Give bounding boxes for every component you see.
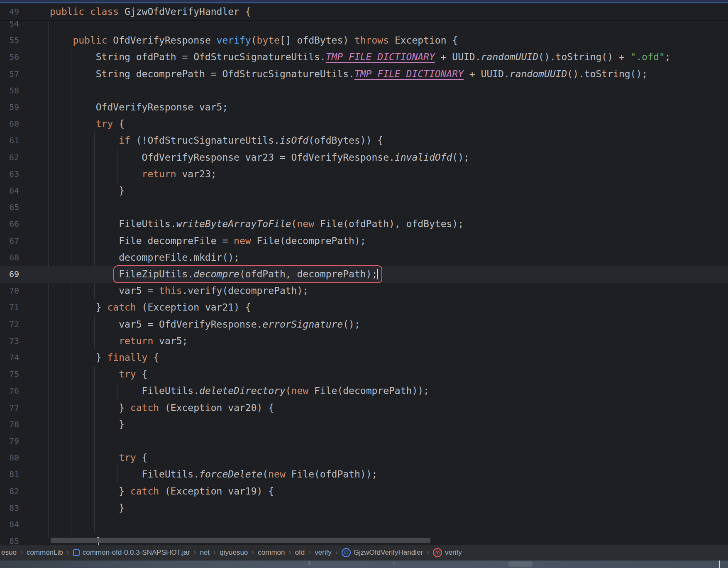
code-line[interactable]: 79 (0, 433, 728, 450)
code-line[interactable]: 72 var5 = OfdVerifyResponse.errorSignatu… (0, 316, 728, 333)
breadcrumb-item-common-ofd-0-0-3-snapshot-jar[interactable]: common-ofd-0.0.3-SNAPSHOT.jar (73, 548, 190, 557)
line-number[interactable]: 75 (0, 366, 19, 383)
line-number[interactable]: 72 (0, 316, 19, 333)
code-line-text[interactable]: return var5; (50, 333, 188, 350)
line-number[interactable]: 62 (0, 149, 19, 166)
code-line-text[interactable]: try { (50, 449, 147, 466)
line-number[interactable]: 79 (0, 433, 19, 450)
line-number[interactable]: 63 (0, 166, 19, 183)
line-number[interactable]: 64 (0, 182, 19, 199)
code-line[interactable]: 74 } finally { (0, 349, 728, 366)
sticky-header-line[interactable]: 49public class GjzwOfdVerifyHandler { (0, 3, 728, 21)
code-line-text[interactable]: public class GjzwOfdVerifyHandler { (50, 3, 251, 20)
code-line-text[interactable]: decompreFile.mkdir(); (50, 249, 239, 266)
line-number[interactable]: 76 (0, 382, 19, 399)
line-number[interactable]: 83 (0, 499, 19, 517)
line-number[interactable]: 71 (0, 299, 19, 316)
code-line-text[interactable]: if (!OfdStrucSignatureUtils.isOfd(ofdByt… (50, 132, 383, 149)
breadcrumb-item-commonlib[interactable]: commonLib (27, 548, 63, 557)
code-line-text[interactable]: return var23; (50, 166, 217, 183)
line-number[interactable]: 49 (0, 3, 19, 20)
code-line-text[interactable]: } (50, 182, 125, 199)
line-number[interactable]: 82 (0, 483, 19, 500)
code-line-text[interactable]: } catch (Exception var19) { (50, 483, 274, 500)
code-line[interactable]: 77 } catch (Exception var20) { (0, 399, 728, 416)
code-line[interactable]: 56 String ofdPath = OfdStrucSignatureUti… (0, 49, 728, 66)
code-line[interactable]: 70 var5 = this.verify(decomprePath); (0, 282, 728, 299)
code-line-text[interactable]: var5 = OfdVerifyResponse.errorSignature(… (50, 316, 360, 333)
code-line-text[interactable]: OfdVerifyResponse var23 = OfdVerifyRespo… (50, 149, 469, 166)
code-line[interactable]: 80 try { (0, 449, 728, 466)
line-number[interactable]: 56 (0, 49, 19, 66)
code-line[interactable]: 68 decompreFile.mkdir(); (0, 249, 728, 266)
line-number[interactable]: 69 (0, 266, 19, 283)
code-line-text[interactable]: FileZipUtils.decompre(ofdPath, decompreP… (50, 266, 382, 283)
code-line[interactable]: 66 FileUtils.writeByteArrayToFile(new Fi… (0, 215, 728, 233)
line-number[interactable]: 85 (0, 533, 19, 545)
code-line[interactable]: 57 String decomprePath = OfdStrucSignatu… (0, 66, 728, 83)
code-line-text[interactable]: OfdVerifyResponse var5; (50, 99, 228, 116)
breadcrumb-item-verify[interactable]: verify (315, 548, 332, 557)
code-line-text[interactable]: } catch (Exception var21) { (50, 299, 251, 316)
code-line[interactable]: 60 try { (0, 115, 728, 132)
code-line[interactable]: 73 return var5; (0, 333, 728, 350)
breadcrumb-item-esuo[interactable]: esuo (1, 548, 17, 557)
code-line-text[interactable]: } finally { (50, 349, 159, 366)
code-line-text[interactable]: try { (50, 366, 147, 383)
line-number[interactable]: 68 (0, 249, 19, 266)
code-line[interactable]: 63 return var23; (0, 166, 728, 183)
line-number[interactable]: 59 (0, 99, 19, 116)
line-number[interactable]: 66 (0, 215, 19, 233)
code-line-text[interactable]: String decomprePath = OfdStrucSignatureU… (50, 66, 647, 83)
code-line-text[interactable]: } (50, 416, 125, 433)
code-line-text[interactable]: File decompreFile = new File(decomprePat… (50, 233, 366, 250)
line-number[interactable]: 60 (0, 115, 19, 132)
breadcrumb-item-ofd[interactable]: ofd (295, 548, 305, 557)
breadcrumb-item-net[interactable]: net (200, 548, 210, 557)
breadcrumb-item-qiyuesuo[interactable]: qiyuesuo (220, 548, 248, 557)
breadcrumb-item-gjzwofdverifyhandler[interactable]: CGjzwOfdVerifyHandler (342, 548, 423, 557)
line-number[interactable]: 74 (0, 349, 19, 366)
line-number[interactable]: 81 (0, 466, 19, 483)
line-number[interactable]: 57 (0, 66, 19, 83)
line-number[interactable]: 65 (0, 199, 19, 216)
code-line[interactable]: 81 FileUtils.forceDelete(new File(ofdPat… (0, 466, 728, 483)
line-number[interactable]: 55 (0, 32, 19, 49)
line-number[interactable]: 78 (0, 416, 19, 433)
code-line[interactable]: 82 } catch (Exception var19) { (0, 483, 728, 500)
line-number[interactable]: 58 (0, 82, 19, 99)
code-line[interactable]: 75 try { (0, 366, 728, 383)
line-number[interactable]: 77 (0, 399, 19, 416)
code-line[interactable]: 58 (0, 82, 728, 99)
code-line-text[interactable]: } (50, 499, 125, 517)
code-line[interactable]: 65 (0, 199, 728, 216)
code-line[interactable]: 83 } (0, 499, 728, 517)
code-line-text[interactable]: var5 = this.verify(decomprePath); (50, 282, 308, 299)
code-line[interactable]: 64 } (0, 182, 728, 199)
code-line[interactable]: 84 (0, 516, 728, 533)
breadcrumb-item-verify[interactable]: mverify (433, 548, 462, 557)
code-line-text[interactable]: FileUtils.writeByteArrayToFile(new File(… (50, 215, 464, 233)
line-number[interactable]: 80 (0, 449, 19, 466)
code-line[interactable]: 67 File decompreFile = new File(decompre… (0, 233, 728, 250)
code-line[interactable]: 78 } (0, 416, 728, 433)
code-line[interactable]: 61 if (!OfdStrucSignatureUtils.isOfd(ofd… (0, 132, 728, 149)
breadcrumb-item-common[interactable]: common (258, 548, 285, 557)
code-editor[interactable]: 5455 public OfdVerifyResponse verify(byt… (0, 3, 728, 545)
code-line-text[interactable]: FileUtils.forceDelete(new File(ofdPath))… (50, 466, 377, 483)
code-line[interactable]: 76 FileUtils.deleteDirectory(new File(de… (0, 382, 728, 399)
code-line[interactable]: 55 public OfdVerifyResponse verify(byte[… (0, 32, 728, 49)
line-number[interactable]: 61 (0, 132, 19, 149)
code-line-text[interactable]: } catch (Exception var20) { (50, 399, 274, 416)
code-line-text[interactable]: public OfdVerifyResponse verify(byte[] o… (50, 32, 458, 49)
line-number[interactable]: 70 (0, 282, 19, 299)
line-number[interactable]: 84 (0, 516, 19, 533)
code-line[interactable]: 69 FileZipUtils.decompre(ofdPath, decomp… (0, 266, 728, 283)
code-line-text[interactable]: try { (50, 115, 125, 132)
code-line-text[interactable]: String ofdPath = OfdStrucSignatureUtils.… (50, 49, 671, 66)
horizontal-scrollbar-thumb[interactable] (51, 538, 430, 543)
code-line[interactable]: 62 OfdVerifyResponse var23 = OfdVerifyRe… (0, 149, 728, 166)
line-number[interactable]: 67 (0, 233, 19, 250)
code-line[interactable]: 59 OfdVerifyResponse var5; (0, 99, 728, 116)
code-line[interactable]: 71 } catch (Exception var21) { (0, 299, 728, 316)
